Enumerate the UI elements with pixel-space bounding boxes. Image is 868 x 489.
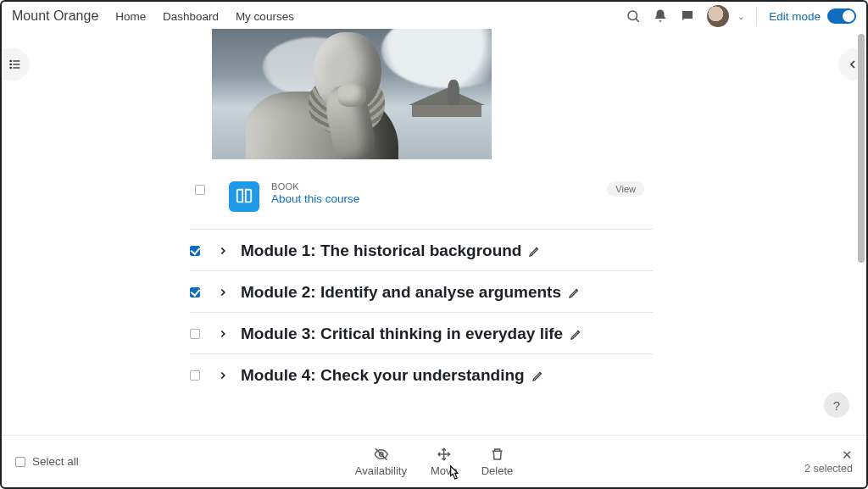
checkbox-module-3[interactable] — [190, 329, 200, 339]
chevron-right-icon[interactable] — [215, 285, 231, 300]
activity-type-label: BOOK — [271, 181, 359, 192]
move-button[interactable]: Move — [431, 447, 458, 477]
site-brand[interactable]: Mount Orange — [12, 8, 98, 24]
avatar[interactable] — [707, 5, 729, 27]
eye-off-icon — [373, 447, 388, 462]
chevron-right-icon[interactable] — [215, 326, 231, 342]
nav-home[interactable]: Home — [115, 10, 146, 23]
chevron-down-icon[interactable]: ⌄ — [737, 12, 744, 21]
nav-mycourses[interactable]: My courses — [236, 10, 294, 23]
edit-mode-label: Edit mode — [769, 10, 821, 23]
close-icon[interactable]: ✕ — [842, 448, 853, 461]
bulk-right: ✕ 2 selected — [804, 448, 853, 475]
module-list: Module 1: The historical background Modu… — [190, 229, 653, 395]
module-title[interactable]: Module 2: Identify and analyse arguments — [241, 283, 561, 302]
activity-row-book: BOOK About this course View — [195, 181, 644, 212]
bulk-actions: Availability Move Delete — [355, 447, 514, 477]
checkbox-book[interactable] — [195, 185, 205, 195]
course-hero-image — [212, 29, 492, 159]
availability-button[interactable]: Availability — [355, 447, 407, 477]
chat-icon[interactable] — [680, 8, 695, 24]
activity-title-link[interactable]: About this course — [271, 192, 359, 205]
move-icon — [437, 447, 452, 462]
svg-line-1 — [637, 19, 639, 21]
module-title[interactable]: Module 4: Check your understanding — [241, 366, 525, 385]
checkbox-module-2[interactable] — [190, 287, 200, 297]
book-icon — [229, 181, 259, 212]
pencil-icon[interactable] — [570, 327, 583, 341]
select-all[interactable]: Select all — [15, 455, 79, 468]
select-all-label: Select all — [32, 455, 79, 468]
pencil-icon[interactable] — [528, 244, 542, 258]
view-badge[interactable]: View — [607, 181, 644, 197]
help-button[interactable]: ? — [824, 392, 849, 418]
chevron-right-icon[interactable] — [215, 368, 231, 383]
checkbox-module-1[interactable] — [190, 246, 200, 256]
scrollbar[interactable] — [856, 34, 865, 426]
pencil-icon[interactable] — [568, 286, 581, 299]
nav-links: Home Dashboard My courses — [115, 10, 308, 23]
module-row: Module 4: Check your understanding — [190, 353, 653, 395]
module-row: Module 3: Critical thinking in everyday … — [190, 312, 653, 353]
divider — [756, 7, 757, 25]
nav-icons: ⌄ Edit mode — [626, 5, 856, 27]
module-row: Module 1: The historical background — [190, 229, 653, 270]
checkbox-module-4[interactable] — [190, 370, 200, 381]
svg-point-0 — [628, 11, 637, 20]
search-icon[interactable] — [626, 8, 641, 24]
module-title[interactable]: Module 3: Critical thinking in everyday … — [241, 325, 563, 343]
edit-mode-toggle[interactable]: Edit mode — [769, 8, 856, 24]
scrollbar-thumb[interactable] — [858, 34, 865, 263]
toggle-switch-icon[interactable] — [827, 8, 856, 24]
module-title[interactable]: Module 1: The historical background — [241, 242, 521, 260]
page-content: BOOK About this course View Module 1: Th… — [0, 25, 868, 489]
bulk-action-bar: Select all Availability Move Delete ✕ 2 … — [2, 435, 866, 487]
book-meta: BOOK About this course — [271, 181, 359, 205]
delete-button[interactable]: Delete — [481, 447, 514, 477]
trash-icon — [489, 447, 504, 462]
bell-icon[interactable] — [653, 8, 668, 24]
chevron-right-icon[interactable] — [215, 243, 231, 258]
checkbox-select-all[interactable] — [15, 457, 25, 467]
nav-dashboard[interactable]: Dashboard — [163, 10, 219, 23]
selected-count: 2 selected — [804, 463, 853, 475]
pencil-icon[interactable] — [531, 369, 545, 382]
module-row: Module 2: Identify and analyse arguments — [190, 270, 653, 312]
